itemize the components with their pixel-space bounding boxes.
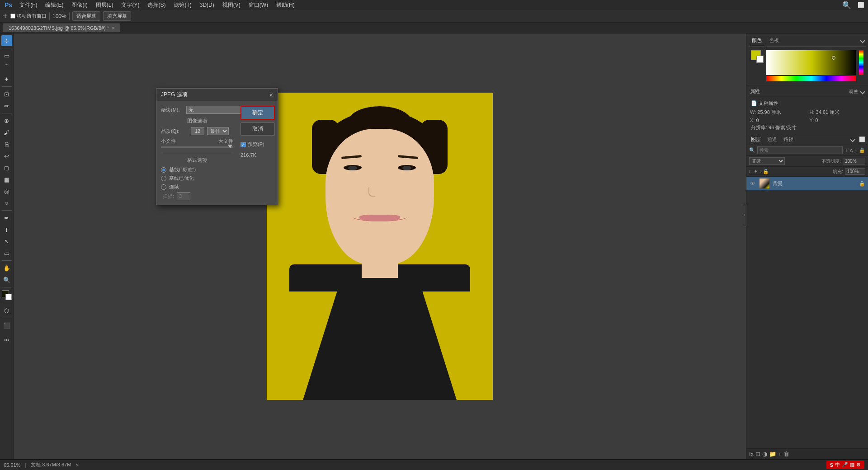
opacity-label: 不透明度: [821,158,841,164]
blend-mode-select[interactable]: 正常 [749,157,785,165]
status-arrow[interactable]: > [75,462,78,468]
menu-3d[interactable]: 3D(D) [196,1,218,9]
hue-slider[interactable] [766,76,856,81]
pen-tool[interactable]: ✒ [1,212,12,223]
lock-all-icon[interactable]: 🔒 [763,169,769,174]
format-progressive[interactable]: 连续 [161,183,233,190]
marquee-tool[interactable]: ▭ [1,50,12,61]
fill-screen-btn[interactable]: 填充屏幕 [103,11,131,21]
tab-close[interactable]: × [112,26,114,31]
path-select-tool[interactable]: ↖ [1,236,12,247]
menu-type[interactable]: 文字(Y) [118,0,143,10]
menu-layer[interactable]: 图层(L) [92,0,117,10]
layers-add-icon[interactable]: A [849,148,853,153]
radio-baseline-standard[interactable] [161,167,166,173]
layers-lock-icon[interactable]: 🔒 [859,147,865,153]
layers-panel-expand[interactable]: ⬜ [859,136,865,142]
quality-slider[interactable] [161,146,233,148]
fg-bg-colors[interactable] [2,290,12,300]
layers-filter-icon[interactable]: T [844,148,848,153]
move-all-checkbox[interactable] [10,14,15,19]
layer-new-btn[interactable]: + [778,451,782,457]
taskbar-menu[interactable]: ▦ [850,462,854,468]
color-tab[interactable]: 颜色 [750,36,764,45]
swatch-tab[interactable]: 色板 [767,36,781,45]
slider-thumb [228,145,232,148]
extra-tools[interactable]: ••• [1,334,12,345]
eyedropper-tool[interactable]: ✏ [1,100,12,111]
quality-select[interactable]: 最低 低 中 高 最佳 [207,127,229,135]
menu-image[interactable]: 图像(I) [68,0,91,10]
brush-tool[interactable]: 🖌 [1,127,12,138]
quick-mask-tool[interactable]: ⬡ [1,305,12,316]
opacity-input[interactable] [843,158,865,164]
gradient-tool[interactable]: ▦ [1,174,12,185]
menu-select[interactable]: 选择(S) [144,0,169,10]
layer-adjustment-btn[interactable]: ◑ [762,451,767,457]
screen-mode-tool[interactable]: ⬛ [1,320,12,331]
quality-input[interactable] [191,127,204,135]
fill-input[interactable] [845,168,865,175]
radio-baseline-optimized[interactable] [161,176,166,181]
channels-tab[interactable]: 通道 [765,136,779,143]
move-tool[interactable]: ⊹ [1,35,12,46]
layers-more-icon[interactable]: ↕ [855,148,858,153]
fit-screen-btn[interactable]: 适合屏幕 [72,11,100,21]
history-tool[interactable]: ↩ [1,150,12,161]
dodge-tool[interactable]: ○ [1,197,12,208]
magic-wand-tool[interactable]: ✦ [1,74,12,85]
layer-visibility[interactable]: 👁 [749,180,756,187]
ok-button[interactable]: 确定 [241,106,275,120]
layers-collapse-arrow[interactable] [850,137,855,142]
radio-progressive[interactable] [161,184,166,190]
layer-item-background[interactable]: 👁 背景 🔒 [746,177,868,191]
menu-help[interactable]: 帮助(H) [273,0,298,10]
taskbar-settings[interactable]: ⚙ [856,462,861,468]
color-picker-circle[interactable] [832,56,835,60]
crop-tool[interactable]: ⊡ [1,89,12,99]
type-tool[interactable]: T [1,224,12,235]
menu-edit[interactable]: 编辑(E) [42,0,67,10]
right-panel-collapse[interactable]: ‹ [743,204,746,226]
lock-transparent-icon[interactable]: □ [749,169,752,174]
cancel-button[interactable]: 取消 [241,122,275,136]
dialog-close-btn[interactable]: × [269,92,273,98]
tab-file[interactable]: 1636498023G2TIMS.jpg @ 65.6%(RGB/8#) * × [3,24,120,32]
shape-tool[interactable]: ▭ [1,248,12,258]
color-panel-collapse-arrow[interactable] [860,38,865,43]
color-gradient[interactable] [766,50,856,75]
menu-filter[interactable]: 滤镜(T) [170,0,195,10]
taskbar-mic[interactable]: 🎤 [842,462,848,468]
color-spectrum-bar[interactable] [859,50,863,75]
layer-fx-btn[interactable]: fx [749,451,754,457]
menu-view[interactable]: 视图(V) [219,0,244,10]
preview-checkbox[interactable]: ✓ [241,142,246,147]
expand-icon[interactable]: ⬜ [856,2,866,8]
format-baseline-standard[interactable]: 基线("标准") [161,166,233,173]
layers-search-input[interactable] [757,146,843,154]
bg-swatch[interactable] [756,56,764,63]
props-collapse-arrow[interactable] [860,89,865,94]
format-baseline-optimized[interactable]: 基线已优化 [161,175,233,182]
lock-position-icon[interactable]: ↕ [759,169,762,174]
hand-tool[interactable]: ✋ [1,263,12,273]
layer-group-btn[interactable]: 📁 [769,451,776,457]
heal-tool[interactable]: ⊕ [1,115,12,126]
layer-delete-btn[interactable]: 🗑 [783,451,789,457]
search-icon[interactable]: 🔍 [839,1,855,9]
layer-mask-btn[interactable]: ⊡ [755,451,760,457]
tool-sep6 [2,287,12,287]
image-options-section: 图像选项 [161,118,233,124]
props-adjust-tab[interactable]: 调整 [849,89,858,95]
menu-window[interactable]: 窗口(W) [245,0,272,10]
blur-tool[interactable]: ◎ [1,186,12,197]
paths-tab[interactable]: 路径 [782,136,795,143]
background-color[interactable] [5,294,12,300]
menu-file[interactable]: 文件(F) [16,0,41,10]
layers-tab[interactable]: 图层 [749,136,763,143]
zoom-tool[interactable]: 🔍 [1,274,12,285]
eraser-tool[interactable]: ◻ [1,162,12,173]
lasso-tool[interactable]: ⌒ [1,62,12,73]
lock-image-icon[interactable]: ✦ [754,169,758,174]
clone-tool[interactable]: ⎘ [1,139,12,150]
